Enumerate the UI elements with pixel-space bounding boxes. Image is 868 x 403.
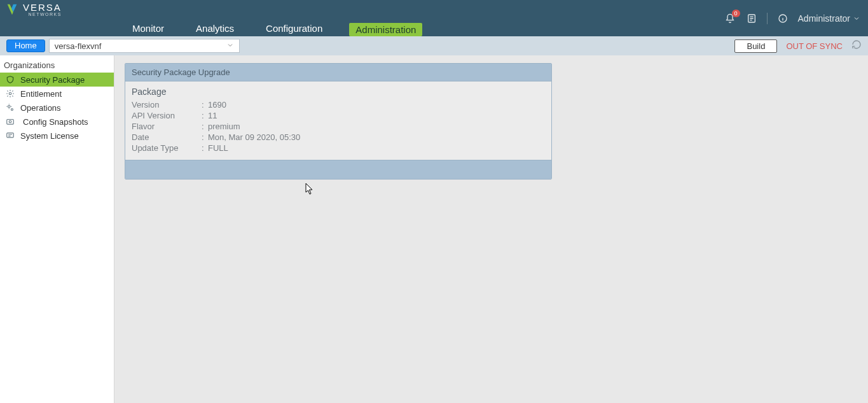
device-value: versa-flexvnf <box>55 41 102 51</box>
secondbar: Home versa-flexvnf Build OUT OF SYNC <box>0 36 868 55</box>
main-nav: Monitor Analytics Configuration Administ… <box>127 21 422 36</box>
svg-point-6 <box>9 120 11 123</box>
kv-key: API Version <box>132 111 202 120</box>
panel-footer <box>125 160 551 179</box>
kv-colon: : <box>202 122 208 131</box>
kv-row: Update Type : FULL <box>132 143 545 153</box>
svg-point-4 <box>11 108 13 110</box>
kv-row: Date : Mon, Mar 09 2020, 05:30 <box>132 132 545 143</box>
build-button[interactable]: Build <box>734 39 777 53</box>
sidebar-heading: Organizations <box>0 58 114 73</box>
sidebar-item-config-snapshots[interactable]: Config Snapshots <box>0 115 114 129</box>
license-icon <box>5 131 15 141</box>
info-icon[interactable] <box>776 12 789 25</box>
sync-status: OUT OF SYNC <box>786 41 843 51</box>
sidebar-item-label: Operations <box>20 103 61 113</box>
sidebar-item-label: System License <box>20 131 79 141</box>
chevron-down-icon <box>853 15 860 22</box>
tab-monitor[interactable]: Monitor <box>127 22 169 36</box>
home-button[interactable]: Home <box>6 39 45 52</box>
user-label: Administrator <box>798 13 850 24</box>
security-package-panel: Security Package Upgrade Package Version… <box>125 63 552 180</box>
kv-row: Flavor : premium <box>132 121 545 132</box>
brand-name: VERSA <box>23 3 62 12</box>
tasks-icon[interactable] <box>745 12 758 25</box>
brand-sub: NETWORKS <box>23 12 62 17</box>
svg-rect-5 <box>7 120 14 125</box>
bell-icon[interactable]: 0 <box>724 12 736 25</box>
gears-icon <box>5 103 15 113</box>
body: Organizations Security Package Entitleme… <box>0 55 868 403</box>
kv-colon: : <box>202 100 208 110</box>
divider <box>767 13 768 24</box>
chevron-down-icon <box>226 41 234 50</box>
bell-badge: 0 <box>732 10 740 17</box>
sidebar-item-operations[interactable]: Operations <box>0 101 114 115</box>
refresh-icon[interactable] <box>851 39 862 52</box>
kv-val: premium <box>208 122 240 131</box>
shield-icon <box>5 74 15 85</box>
svg-rect-7 <box>7 133 14 138</box>
kv-key: Version <box>132 100 202 110</box>
svg-point-3 <box>8 106 11 108</box>
svg-point-2 <box>9 92 11 95</box>
kv-val: 11 <box>208 111 217 120</box>
kv-key: Date <box>132 132 202 142</box>
kv-row: API Version : 11 <box>132 110 545 121</box>
kv-key: Update Type <box>132 143 202 153</box>
device-select[interactable]: versa-flexvnf <box>49 39 240 53</box>
sidebar-item-label: Security Package <box>20 75 85 85</box>
tab-configuration[interactable]: Configuration <box>261 22 327 36</box>
sidebar-item-entitlement[interactable]: Entitlement <box>0 87 114 101</box>
kv-val: FULL <box>208 143 228 153</box>
content: Security Package Upgrade Package Version… <box>114 55 868 403</box>
panel-body: Package Version : 1690 API Version : 11 … <box>125 81 551 160</box>
kv-row: Version : 1690 <box>132 99 545 110</box>
kv-colon: : <box>202 132 208 142</box>
tab-analytics[interactable]: Analytics <box>191 22 239 36</box>
kv-colon: : <box>202 111 208 120</box>
versa-logo-icon <box>5 3 19 17</box>
gear-icon <box>5 88 15 99</box>
section-label: Package <box>132 87 545 97</box>
sidebar-item-security-package[interactable]: Security Package <box>0 73 114 87</box>
user-menu[interactable]: Administrator <box>798 13 860 24</box>
sidebar-item-label: Config Snapshots <box>20 117 88 127</box>
tab-administration[interactable]: Administration <box>349 23 422 36</box>
snapshot-icon <box>5 117 15 127</box>
kv-val: Mon, Mar 09 2020, 05:30 <box>208 132 300 142</box>
kv-colon: : <box>202 143 208 153</box>
sidebar-item-system-license[interactable]: System License <box>0 129 114 143</box>
kv-val: 1690 <box>208 100 226 110</box>
topbar: VERSA NETWORKS Monitor Analytics Configu… <box>0 0 868 36</box>
sidebar: Organizations Security Package Entitleme… <box>0 55 114 403</box>
sidebar-item-label: Entitlement <box>20 89 62 99</box>
topbar-right: 0 Administrator <box>724 0 860 36</box>
kv-key: Flavor <box>132 122 202 131</box>
panel-title: Security Package Upgrade <box>125 64 551 81</box>
brand-logo: VERSA NETWORKS <box>0 0 72 19</box>
